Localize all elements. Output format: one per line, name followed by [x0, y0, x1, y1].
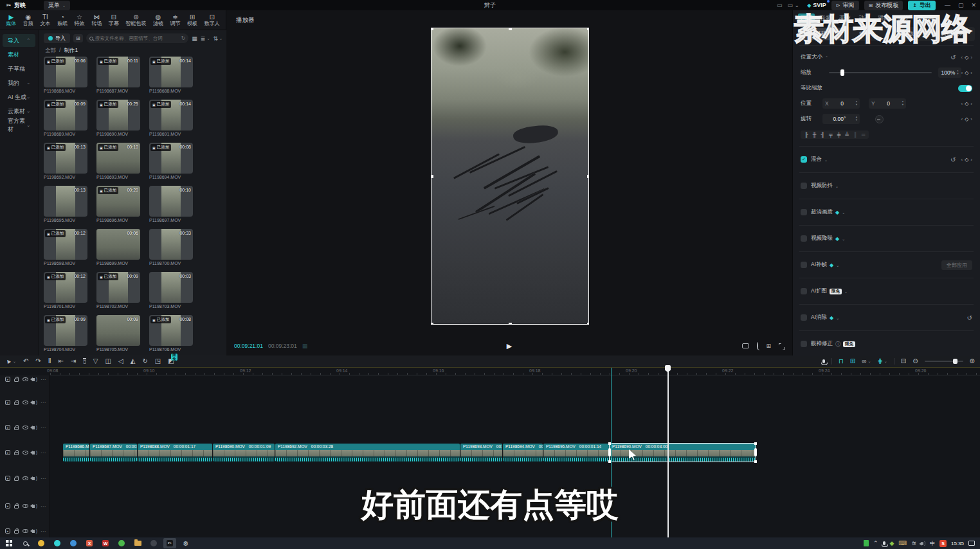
media-item[interactable]: ▣已添加00:11P1198687.MOV: [96, 57, 140, 93]
nav-item-sticker[interactable]: ◔贴纸: [57, 14, 68, 26]
canvas-resize-handle[interactable]: [431, 323, 433, 325]
media-item[interactable]: ▣已添加00:20P1198696.MOV: [96, 186, 140, 222]
mic-tray-icon[interactable]: [883, 541, 885, 545]
search-taskbar[interactable]: [19, 538, 32, 548]
reset-icon[interactable]: ↺: [950, 54, 956, 61]
sidebar-item-import[interactable]: 导入⌃: [3, 34, 35, 47]
scale-value-box[interactable]: 100%▴▾: [938, 68, 961, 78]
blend-checkbox[interactable]: ✓: [801, 156, 807, 163]
sidebar-item-ai-gen[interactable]: AI 生成⌄: [3, 91, 35, 104]
minimize-button[interactable]: —: [945, 2, 950, 8]
reset-icon[interactable]: ↺: [967, 314, 972, 321]
stepper-icon[interactable]: ▴▾: [856, 116, 857, 122]
nav-item-templates[interactable]: ⊞模板: [187, 14, 197, 26]
zoom-preview-icon[interactable]: [757, 342, 758, 350]
chevron-down-icon[interactable]: ⌄: [842, 210, 845, 215]
office-app[interactable]: X: [83, 538, 96, 548]
media-item[interactable]: ▣已添加00:25P1198690.MOV: [96, 100, 140, 136]
edge-app[interactable]: [67, 538, 80, 548]
timeline-clip[interactable]: P1198686.M: [63, 444, 89, 462]
review-button[interactable]: ⊳ 审阅: [831, 1, 859, 10]
refresh-icon[interactable]: ↻: [181, 35, 186, 41]
media-item[interactable]: 00:33P1198700.MOV: [149, 229, 193, 266]
media-item[interactable]: ▣已添加00:09P1198704.MOV: [44, 315, 87, 352]
keyframe-next-icon[interactable]: ›: [970, 70, 972, 76]
import-button[interactable]: 导入: [44, 33, 70, 43]
sidebar-item-material[interactable]: 素材: [3, 48, 35, 61]
stabilize-checkbox[interactable]: [801, 183, 807, 189]
nav-item-adjust[interactable]: ≑调节: [170, 14, 180, 26]
slider-handle[interactable]: [840, 69, 844, 76]
keyframe-next-icon[interactable]: ›: [970, 157, 972, 163]
media-item[interactable]: ▣已添加00:09P1198689.MOV: [44, 100, 87, 136]
filter-button[interactable]: ⇅⌄: [213, 35, 222, 42]
keyframe-icon[interactable]: ◇: [965, 55, 968, 60]
canvas-resize-handle[interactable]: [587, 323, 590, 325]
keyframe-prev-icon[interactable]: ‹: [961, 116, 963, 122]
nav-item-captions[interactable]: ⊟字幕: [109, 14, 119, 26]
capcut-app[interactable]: ✂: [163, 538, 176, 548]
sogou-icon[interactable]: S: [939, 540, 947, 547]
chevron-down-icon[interactable]: ⌄: [824, 158, 828, 162]
keyframe-icon[interactable]: ◇: [965, 157, 968, 163]
y-field[interactable]: Y0▴▾: [869, 98, 906, 109]
media-item[interactable]: ▣已添加00:14P1198688.MOV: [149, 57, 193, 93]
keyframe-prev-icon[interactable]: ‹: [961, 157, 963, 163]
status-diamond-icon[interactable]: ◆: [890, 540, 894, 546]
ai-remove-checkbox[interactable]: [801, 314, 807, 321]
keyframe-icon[interactable]: ◇: [965, 116, 968, 122]
media-item[interactable]: ▣已添加00:08P1198694.MOV: [149, 143, 193, 179]
breadcrumb-root[interactable]: 全部: [45, 47, 56, 55]
volume-icon[interactable]: [921, 542, 923, 545]
sort-button[interactable]: ≣⌄: [201, 35, 210, 42]
notification-icon[interactable]: [968, 541, 975, 546]
align-left-icon[interactable]: ╟: [804, 132, 808, 138]
keyframe-next-icon[interactable]: ›: [970, 101, 972, 107]
timeline-clip[interactable]: P1198687.MOV00:00:0: [90, 444, 137, 462]
close-button[interactable]: ✕: [971, 2, 976, 8]
keyframe-prev-icon[interactable]: ‹: [961, 70, 963, 76]
nav-item-filters[interactable]: ◍滤镜: [153, 14, 163, 26]
quality-icon[interactable]: [742, 343, 749, 348]
media-item[interactable]: 00:03P1198703.MOV: [149, 272, 193, 309]
media-item[interactable]: ▣已添加00:08P1198706.MOV: [149, 315, 193, 352]
canvas-resize-handle[interactable]: [587, 28, 590, 30]
timeline-clip[interactable]: P1198688.MOV00:00:01:17: [138, 444, 212, 462]
chevron-up-icon[interactable]: ⌃: [873, 540, 878, 546]
clip-trim-handle-right[interactable]: [754, 448, 757, 456]
wps-app[interactable]: W: [99, 538, 112, 548]
nav-item-avatar[interactable]: ⊡数字人: [204, 14, 220, 26]
align-top-icon[interactable]: ╤: [829, 132, 833, 138]
stepper-icon[interactable]: ▴▾: [856, 100, 857, 107]
keyframe-next-icon[interactable]: ›: [970, 55, 972, 60]
publish-template-button[interactable]: ⊞ 发布模板: [864, 1, 903, 10]
canvas-resize-handle[interactable]: [509, 28, 512, 30]
layout-switch-icon[interactable]: ▭ ⌄: [788, 2, 800, 8]
search-box[interactable]: ↻: [86, 33, 189, 43]
ai-expand-checkbox[interactable]: [801, 288, 807, 294]
settings-app[interactable]: ⚙: [179, 538, 192, 548]
layout-panel-icon[interactable]: ▭: [777, 2, 783, 8]
timeline-clip[interactable]: P1198696.MOV00:00:01:14: [543, 444, 610, 462]
keyframe-prev-icon[interactable]: ‹: [961, 55, 963, 60]
keyframe-prev-icon[interactable]: ‹: [961, 101, 963, 107]
media-item[interactable]: 00:09P1198705.MOV: [96, 315, 140, 352]
keyframe-icon[interactable]: ◇: [965, 101, 968, 107]
chevron-down-icon[interactable]: ⌄: [836, 316, 839, 320]
uniform-scale-toggle[interactable]: [958, 85, 972, 92]
canvas-resize-handle[interactable]: [587, 175, 590, 178]
chevron-down-icon[interactable]: ⌄: [836, 263, 839, 267]
svip-button[interactable]: ◆ SVIP: [804, 2, 826, 8]
sidebar-item-mine[interactable]: 我的⌄: [3, 76, 35, 89]
media-item[interactable]: ▣已添加00:06P1198686.MOV: [44, 57, 87, 93]
start-button[interactable]: [3, 538, 15, 548]
display-icon[interactable]: ⌨: [898, 540, 907, 546]
obs-app[interactable]: [147, 538, 160, 548]
nav-item-effects[interactable]: ☆特效: [75, 14, 85, 26]
chevron-down-icon[interactable]: ⌄: [835, 184, 839, 188]
collapse-icon[interactable]: ⌃: [825, 55, 828, 60]
play-button[interactable]: ▶: [507, 342, 512, 350]
align-h-center-icon[interactable]: ╫: [813, 132, 817, 138]
denoise-checkbox[interactable]: [801, 235, 807, 242]
eye-correct-checkbox[interactable]: [801, 341, 807, 347]
